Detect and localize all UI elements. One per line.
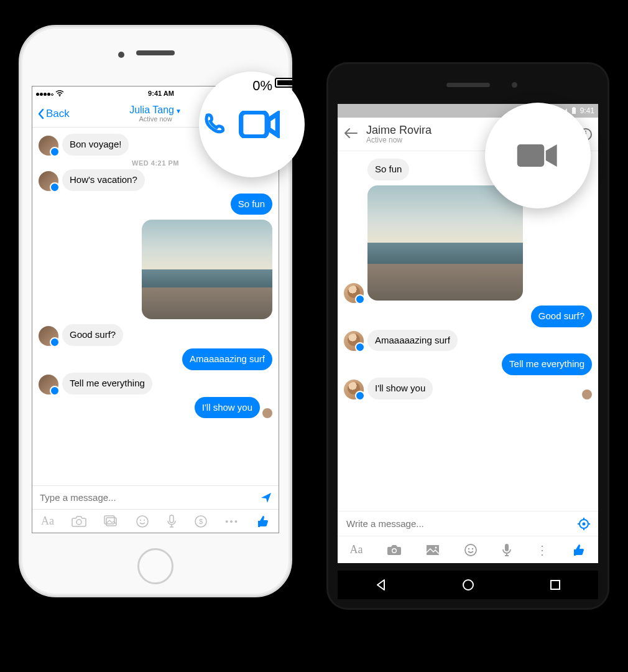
- svg-point-6: [140, 520, 141, 521]
- text-format-button[interactable]: Aa: [349, 543, 362, 556]
- arrow-left-icon: [344, 128, 358, 139]
- svg-point-23: [472, 548, 473, 549]
- svg-point-20: [435, 546, 437, 548]
- location-target-icon[interactable]: [577, 517, 591, 531]
- message-row: Tell me everything: [39, 373, 272, 394]
- gallery-icon[interactable]: [426, 544, 440, 556]
- nav-back-icon[interactable]: [374, 578, 388, 592]
- svg-point-21: [465, 544, 476, 556]
- avatar[interactable]: [344, 331, 364, 351]
- android-system-nav: [338, 571, 598, 599]
- message-bubble-out[interactable]: Tell me everything: [502, 353, 592, 375]
- text-format-button[interactable]: Aa: [41, 515, 54, 528]
- contact-status: Active now: [129, 115, 182, 123]
- message-row: Amaaaaazing surf: [39, 348, 272, 370]
- iphone-earpiece: [136, 50, 175, 55]
- svg-rect-11: [241, 112, 267, 136]
- chevron-left-icon: [37, 108, 45, 119]
- avatar[interactable]: [39, 136, 58, 156]
- ios-compose-bar: [32, 485, 279, 509]
- ios-video-call-magnifier: 0%: [199, 72, 305, 177]
- thumbs-up-icon[interactable]: [572, 543, 586, 557]
- nav-recent-icon[interactable]: [549, 579, 561, 591]
- svg-rect-13: [573, 107, 575, 108]
- svg-rect-12: [572, 108, 576, 114]
- svg-point-16: [583, 522, 586, 525]
- message-bubble-in[interactable]: Good surf?: [62, 324, 123, 346]
- svg-rect-26: [551, 581, 560, 589]
- message-bubble-in[interactable]: So fun: [367, 159, 409, 180]
- caret-down-icon: ▼: [175, 108, 182, 114]
- message-bubble-in[interactable]: Tell me everything: [62, 373, 152, 394]
- svg-point-5: [137, 516, 148, 527]
- back-button[interactable]: Back: [37, 108, 70, 120]
- ios-chat-body[interactable]: Bon voyage! WED 4:21 PM How's vacation? …: [32, 128, 279, 485]
- more-button[interactable]: ⋮: [536, 547, 548, 553]
- message-row: I'll show you: [344, 378, 592, 399]
- back-label: Back: [46, 108, 70, 120]
- message-row: Good surf?: [39, 324, 272, 346]
- android-video-call-magnifier: [485, 103, 591, 208]
- message-bubble-in[interactable]: Bon voyage!: [62, 134, 129, 156]
- send-icon[interactable]: [260, 492, 272, 504]
- message-bubble-out[interactable]: So fun: [231, 194, 272, 215]
- message-row: Good surf?: [344, 306, 592, 327]
- ios-compose-toolbar: Aa $ ●●●: [32, 509, 279, 533]
- microphone-icon[interactable]: [167, 515, 177, 528]
- nav-home-icon[interactable]: [461, 578, 475, 592]
- iphone-home-button[interactable]: [137, 548, 173, 584]
- message-row: [39, 217, 272, 322]
- avatar[interactable]: [344, 380, 364, 399]
- message-bubble-in[interactable]: How's vacation?: [62, 169, 145, 191]
- message-bubble-in[interactable]: I'll show you: [367, 378, 433, 399]
- svg-point-22: [468, 548, 469, 549]
- android-chat-body[interactable]: So fun Good surf? Amaaaaazing surf Tell …: [338, 151, 598, 513]
- status-clock: 9:41: [580, 106, 594, 115]
- message-bubble-out[interactable]: I'll show you: [195, 397, 260, 419]
- phone-icon-zoom: [202, 111, 227, 138]
- android-speaker: [446, 83, 490, 87]
- avatar[interactable]: [39, 375, 58, 394]
- video-call-icon-zoom: [238, 111, 280, 138]
- payment-icon[interactable]: $: [194, 515, 208, 528]
- header-title-wrap[interactable]: Julia Tang▼ Active now: [129, 105, 182, 123]
- video-call-icon-zoom: [516, 141, 560, 170]
- message-row: So fun: [39, 194, 272, 215]
- message-row: Tell me everything: [344, 353, 592, 375]
- avatar[interactable]: [344, 283, 364, 303]
- avatar[interactable]: [39, 326, 58, 346]
- status-left: [36, 90, 64, 97]
- compose-input[interactable]: [39, 492, 260, 503]
- message-row: I'll show you: [39, 397, 272, 419]
- thumbs-up-icon[interactable]: [256, 515, 270, 528]
- message-bubble-in[interactable]: Amaaaaazing surf: [367, 330, 458, 352]
- svg-point-0: [59, 95, 60, 96]
- message-row: Amaaaaazing surf: [344, 330, 592, 352]
- emoji-icon[interactable]: [464, 543, 478, 557]
- contact-name-title: Julia Tang▼: [129, 105, 182, 116]
- zoom-battery-icon: [275, 78, 297, 88]
- svg-point-18: [393, 549, 396, 552]
- message-photo[interactable]: [142, 220, 272, 319]
- emoji-icon[interactable]: [136, 515, 149, 528]
- message-photo[interactable]: [367, 185, 523, 301]
- signal-dots-icon: [36, 90, 54, 97]
- avatar[interactable]: [39, 171, 58, 191]
- compose-input[interactable]: [345, 518, 577, 530]
- message-bubble-out[interactable]: Amaaaaazing surf: [182, 348, 272, 370]
- camera-icon[interactable]: [387, 544, 402, 556]
- microphone-icon[interactable]: [502, 543, 512, 557]
- back-button[interactable]: [344, 126, 358, 142]
- more-button[interactable]: ●●●: [225, 518, 239, 525]
- svg-text:$: $: [199, 518, 203, 525]
- camera-icon[interactable]: [72, 515, 86, 528]
- gallery-icon[interactable]: [104, 515, 119, 528]
- delivery-avatar-icon: [582, 390, 592, 399]
- android-compose-toolbar: Aa ⋮: [338, 536, 598, 563]
- message-bubble-out[interactable]: Good surf?: [531, 306, 592, 327]
- svg-point-2: [76, 520, 81, 525]
- wifi-icon: [55, 90, 64, 96]
- android-compose-bar: [338, 511, 598, 536]
- svg-point-7: [144, 520, 145, 521]
- delivery-avatar-icon: [262, 408, 272, 418]
